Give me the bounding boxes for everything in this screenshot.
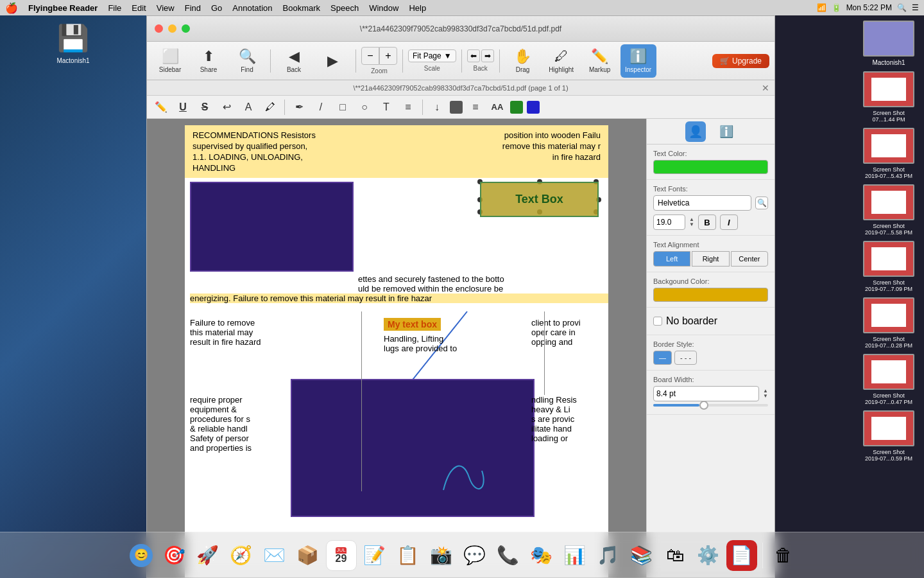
page-prev-icon[interactable]: ⬅ — [467, 49, 480, 62]
menu-speech[interactable]: Speech — [330, 3, 359, 13]
thumb-6[interactable]: Screen Shot2019-07...0.47 PM — [860, 354, 918, 405]
strikethrough-tool[interactable]: S — [196, 98, 214, 116]
markup-button[interactable]: ✏️ Markup — [582, 44, 618, 78]
control-center-icon[interactable]: ☰ — [912, 3, 919, 12]
align-right-button[interactable]: Right — [692, 251, 729, 267]
dock-photos[interactable]: 📸 — [426, 540, 457, 571]
thumb-1[interactable]: Screen Shot07...1.44 PM — [860, 71, 918, 123]
info-close-button[interactable]: ✕ — [762, 83, 769, 93]
bw-stepper-down[interactable]: ▼ — [763, 394, 768, 399]
italic-button[interactable]: I — [720, 215, 738, 230]
sidebar-button[interactable]: ⬜ Sidebar — [152, 44, 188, 78]
app-name[interactable]: Flyingbee Reader — [28, 3, 98, 13]
dock-notes[interactable]: 📝 — [359, 540, 390, 571]
upgrade-button[interactable]: 🛒 Upgrade — [712, 54, 769, 68]
dock-shuffle[interactable]: 🎭 — [526, 540, 557, 571]
find-button[interactable]: 🔍 Find — [229, 44, 265, 78]
font-size-input[interactable]: 19.0 — [653, 215, 685, 230]
pen-tool[interactable]: ✒ — [290, 98, 308, 116]
main-textbox[interactable]: Text Box — [480, 182, 599, 217]
dock-settings[interactable]: ⚙️ — [693, 540, 724, 571]
font-size-tool[interactable]: AA — [488, 98, 506, 116]
page-next-icon[interactable]: ➡ — [481, 49, 494, 62]
line-tool[interactable]: / — [312, 98, 330, 116]
macintosh-icon[interactable]: 💾 — [57, 23, 89, 53]
background-color-swatch[interactable] — [653, 288, 768, 302]
solid-border-button[interactable]: — — [653, 351, 672, 365]
font-size-stepper[interactable]: ▲ ▼ — [689, 217, 694, 227]
dock-mail[interactable]: ✉️ — [259, 540, 290, 571]
thumb-3[interactable]: Screen Shot2019-07...5.58 PM — [860, 184, 918, 236]
dock-numbers[interactable]: 📊 — [560, 540, 590, 571]
maximize-button[interactable] — [182, 24, 190, 33]
dock-finder[interactable]: 😊 — [126, 540, 157, 571]
dock-music[interactable]: 🎵 — [593, 540, 624, 571]
dock-facetime[interactable]: 📞 — [493, 540, 524, 571]
note-tool[interactable]: ↩ — [218, 98, 235, 116]
inspector-person-button[interactable]: 👤 — [685, 121, 706, 142]
pencil-tool[interactable]: ✏️ — [152, 98, 170, 116]
close-button[interactable] — [155, 24, 163, 33]
board-width-slider[interactable] — [653, 401, 768, 409]
share-button[interactable]: ⬆ Share — [191, 44, 227, 78]
menu-help[interactable]: Help — [409, 3, 426, 13]
forward-button[interactable]: ▶ — [314, 44, 350, 78]
zoom-out-button[interactable]: − — [361, 47, 379, 65]
align-left-button[interactable]: Left — [653, 251, 690, 267]
menu-go[interactable]: Go — [211, 3, 222, 13]
no-border-checkbox[interactable] — [653, 317, 662, 326]
orange-textbox[interactable]: My text box — [384, 318, 441, 331]
menu-file[interactable]: File — [108, 3, 121, 13]
board-width-input[interactable]: 8.4 pt — [653, 386, 759, 401]
dock-messages[interactable]: 💬 — [459, 540, 490, 571]
menu-annotation[interactable]: Annotation — [232, 3, 272, 13]
inspector-button[interactable]: ℹ️ Inspector — [620, 44, 656, 78]
table-tool[interactable]: ≡ — [399, 98, 417, 116]
apple-menu[interactable]: 🍎 — [5, 2, 18, 14]
dock-ibooks[interactable]: 📚 — [626, 540, 657, 571]
ellipse-tool[interactable]: ○ — [355, 98, 373, 116]
color-green[interactable] — [510, 101, 523, 114]
dock-siri[interactable]: 🎯 — [159, 540, 190, 571]
text-color-swatch[interactable] — [653, 160, 768, 174]
board-width-stepper[interactable]: ▲ ▼ — [763, 389, 768, 399]
align-tool[interactable]: ≡ — [466, 98, 484, 116]
textbox-selected-container[interactable]: Text Box — [480, 182, 599, 217]
dock-contacts[interactable]: 📦 — [293, 540, 323, 571]
stepper-down[interactable]: ▼ — [689, 222, 694, 227]
back-button[interactable]: ◀ Back — [276, 44, 312, 78]
pdf-viewport[interactable]: RECOMMENDATIONS Resistors position into … — [147, 119, 646, 577]
dock-reminders[interactable]: 📋 — [393, 540, 424, 571]
minimize-button[interactable] — [168, 24, 176, 33]
thumb-7[interactable]: Screen Shot2019-07...0.59 PM — [860, 410, 918, 462]
dock-pdf-reader[interactable]: 📄 — [726, 540, 757, 571]
text-box-tool[interactable]: T — [377, 98, 395, 116]
align-center-button[interactable]: Center — [731, 251, 768, 267]
drag-button[interactable]: ✋ Drag — [505, 44, 541, 78]
thumb-5[interactable]: Screen Shot2019-07...0.28 PM — [860, 297, 918, 349]
menu-view[interactable]: View — [157, 3, 175, 13]
menu-bookmark[interactable]: Bookmark — [283, 3, 321, 13]
font-name-input[interactable]: Helvetica — [653, 195, 751, 211]
purple-rect-top[interactable] — [190, 182, 354, 272]
search-icon[interactable]: 🔍 — [897, 3, 907, 12]
stamp-tool[interactable]: ↓ — [428, 98, 446, 116]
color-black[interactable] — [450, 101, 463, 114]
color-blue[interactable] — [527, 101, 540, 114]
dock-safari[interactable]: 🧭 — [226, 540, 257, 571]
menu-edit[interactable]: Edit — [132, 3, 146, 13]
menu-find[interactable]: Find — [185, 3, 201, 13]
dashed-border-button[interactable]: - - - — [674, 351, 697, 365]
dock-calendar[interactable]: JUL 29 — [326, 540, 357, 571]
menu-window[interactable]: Window — [369, 3, 398, 13]
scale-select[interactable]: Fit Page ▼ — [408, 49, 456, 62]
zoom-in-button[interactable]: + — [379, 47, 397, 65]
thumb-4[interactable]: Screen Shot2019-07...7.09 PM — [860, 241, 918, 292]
dock-trash[interactable]: 🗑 — [768, 540, 799, 571]
underline-tool[interactable]: U — [174, 98, 192, 116]
dock-launchpad[interactable]: 🚀 — [193, 540, 223, 571]
inspector-info-button[interactable]: ℹ️ — [716, 121, 737, 142]
highlight-button[interactable]: 🖊 Highlight — [543, 44, 579, 78]
dock-appstore[interactable]: 🛍 — [660, 540, 690, 571]
highlight-tool[interactable]: 🖍 — [261, 98, 279, 116]
